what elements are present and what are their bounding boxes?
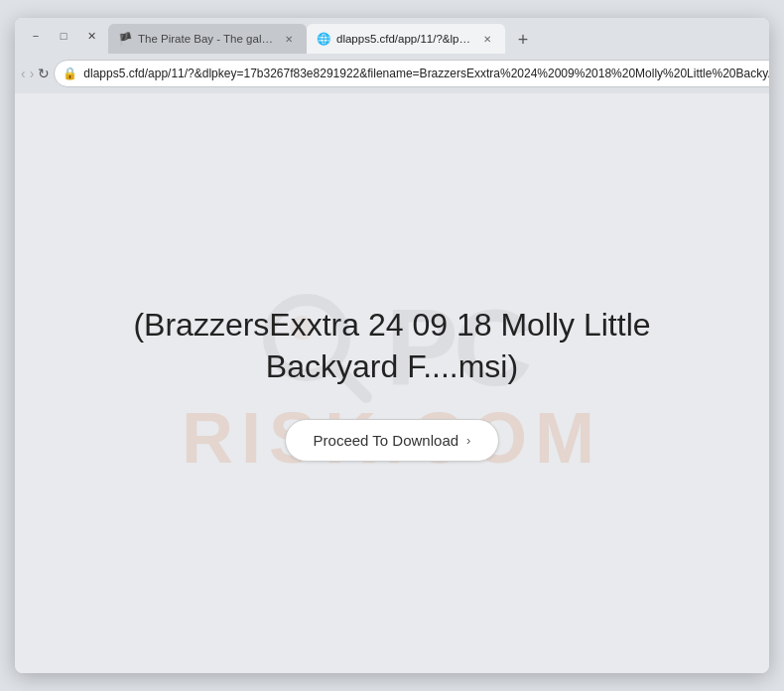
download-button-label: Proceed To Download xyxy=(314,432,458,449)
browser-tab-1[interactable]: 🏴 The Pirate Bay - The galaxy's m... ✕ xyxy=(108,24,307,54)
maximize-button[interactable]: □ xyxy=(51,26,76,46)
title-bar: − □ ✕ 🏴 The Pirate Bay - The galaxy's m.… xyxy=(15,18,769,54)
tab-2-title: dlapps5.cfd/app/11/?&lpkey=... xyxy=(336,33,473,45)
page-content: (BrazzersExxtra 24 09 18 Molly Little Ba… xyxy=(55,285,729,482)
minimize-button[interactable]: − xyxy=(23,26,49,46)
close-button[interactable]: ✕ xyxy=(78,26,104,46)
browser-content: PC RISK.COM (BrazzersExxtra 24 09 18 Mol… xyxy=(15,93,769,673)
browser-tab-2[interactable]: 🌐 dlapps5.cfd/app/11/?&lpkey=... ✕ xyxy=(307,24,505,54)
tab-1-favicon: 🏴 xyxy=(118,32,132,46)
tab-1-title: The Pirate Bay - The galaxy's m... xyxy=(138,33,275,45)
address-bar[interactable]: 🔒 dlapps5.cfd/app/11/?&dlpkey=17b3267f83… xyxy=(54,60,769,87)
back-button[interactable]: ‹ xyxy=(21,60,26,87)
lock-icon: 🔒 xyxy=(63,67,77,80)
chevron-right-icon: › xyxy=(466,433,470,448)
window-controls: − □ ✕ xyxy=(23,26,104,46)
tab-2-close-icon[interactable]: ✕ xyxy=(479,31,495,47)
proceed-to-download-button[interactable]: Proceed To Download › xyxy=(285,419,500,462)
tabs-area: 🏴 The Pirate Bay - The galaxy's m... ✕ 🌐… xyxy=(108,18,761,54)
address-bar-area: ‹ › ↻ 🔒 dlapps5.cfd/app/11/?&dlpkey=17b3… xyxy=(15,54,769,93)
new-tab-button[interactable]: + xyxy=(509,26,537,54)
reload-button[interactable]: ↻ xyxy=(38,60,50,87)
tab-1-close-icon[interactable]: ✕ xyxy=(281,31,297,47)
url-text: dlapps5.cfd/app/11/?&dlpkey=17b3267f83e8… xyxy=(83,67,769,80)
forward-button[interactable]: › xyxy=(30,60,35,87)
file-title: (BrazzersExxtra 24 09 18 Molly Little Ba… xyxy=(114,305,670,387)
browser-window: − □ ✕ 🏴 The Pirate Bay - The galaxy's m.… xyxy=(15,18,769,673)
tab-2-favicon: 🌐 xyxy=(317,32,330,46)
